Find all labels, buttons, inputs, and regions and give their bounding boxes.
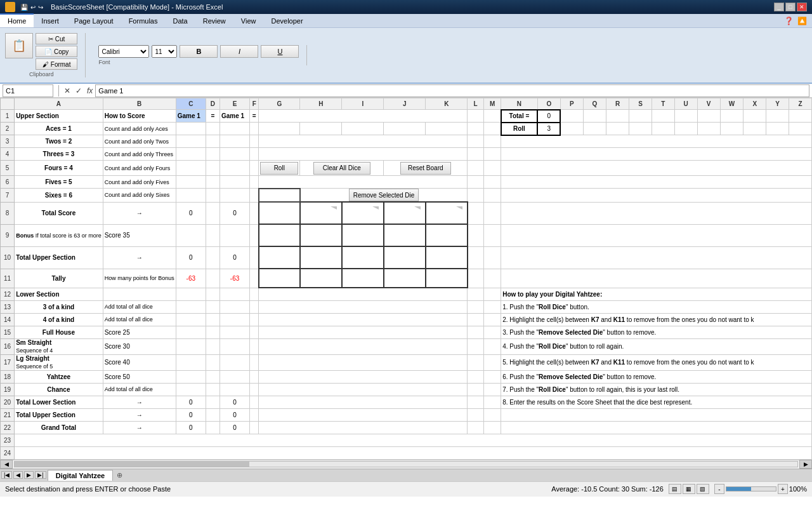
cell-B17[interactable]: Score 40 [103, 354, 176, 370]
cell-M15[interactable] [484, 326, 501, 338]
cell-F18[interactable] [250, 370, 259, 383]
cell-M11[interactable] [484, 269, 501, 288]
cell-N7[interactable] [501, 189, 812, 203]
cell-H5[interactable]: Clear All Dice [300, 161, 384, 176]
cell-D10[interactable] [206, 246, 219, 269]
cell-X1[interactable] [743, 110, 766, 123]
cell-N13[interactable]: 1. Push the "Roll Dice" button. [501, 300, 812, 313]
cell-J11[interactable] [384, 269, 426, 288]
cell-A16[interactable]: Sm StraightSequence of 4 [15, 338, 103, 354]
cell-Q1[interactable] [583, 110, 606, 123]
cell-M19[interactable] [484, 383, 501, 396]
cell-D13[interactable] [206, 300, 219, 313]
cell-B22[interactable]: → [103, 421, 176, 434]
scroll-left-button[interactable]: ◀ [0, 460, 13, 469]
cell-L2[interactable] [468, 123, 484, 135]
cell-I10[interactable] [342, 246, 384, 269]
cell-D16[interactable] [206, 338, 219, 354]
cell-J9[interactable] [384, 224, 426, 246]
cell-F16[interactable] [250, 338, 259, 354]
minimize-button[interactable]: _ [774, 3, 784, 11]
cell-B5[interactable]: Count and add only Fours [103, 161, 176, 176]
cell-B2[interactable]: Count and add only Aces [103, 123, 176, 135]
cell-L6[interactable] [468, 176, 484, 189]
page-break-view-button[interactable]: ▧ [697, 484, 709, 494]
cell-E3[interactable] [220, 135, 250, 148]
cell-E10[interactable]: 0 [220, 246, 250, 269]
cell-L11[interactable] [468, 269, 484, 288]
bold-button[interactable]: B [180, 45, 218, 58]
formula-input[interactable] [95, 84, 809, 97]
cell-F10[interactable] [250, 246, 259, 269]
cell-N15[interactable]: 3. Push the "Remove Selected Die" button… [501, 326, 812, 338]
cell-U1[interactable] [674, 110, 697, 123]
cell-F5[interactable] [250, 161, 259, 176]
col-header-N[interactable]: N [501, 98, 538, 110]
cell-F1[interactable]: = [250, 110, 259, 123]
cell-E11[interactable]: -63 [220, 269, 250, 288]
cell-L16[interactable] [468, 338, 484, 354]
cell-U2[interactable] [674, 123, 697, 135]
cell-M10[interactable] [484, 246, 501, 269]
tab-scroll-next[interactable]: ▶ [24, 471, 34, 479]
cell-E14[interactable] [220, 313, 250, 326]
col-header-G[interactable]: G [259, 98, 300, 110]
col-header-B[interactable]: B [103, 98, 176, 110]
cell-D5[interactable] [206, 161, 219, 176]
cell-E20[interactable]: 0 [220, 396, 250, 408]
cell-G9[interactable] [259, 224, 300, 246]
cell-B9[interactable]: Score 35 [103, 224, 176, 246]
cell-G16[interactable] [259, 338, 468, 354]
cell-E5[interactable] [220, 161, 250, 176]
tab-scroll-last[interactable]: ▶| [35, 471, 46, 479]
col-header-D[interactable]: D [206, 98, 219, 110]
cell-N1[interactable]: Total = [501, 110, 538, 123]
cell-B12[interactable] [103, 288, 176, 300]
tab-review[interactable]: Review [195, 14, 233, 28]
cell-N11[interactable] [501, 269, 812, 288]
cell-P2[interactable] [560, 123, 583, 135]
cell-E7[interactable] [220, 189, 250, 203]
cell-N5[interactable] [501, 161, 812, 176]
cell-L18[interactable] [468, 370, 484, 383]
cell-F19[interactable] [250, 383, 259, 396]
cell-N10[interactable] [501, 246, 812, 269]
cell-M12[interactable] [484, 288, 501, 300]
cell-L22[interactable] [468, 421, 484, 434]
cell-L10[interactable] [468, 246, 484, 269]
cell-G20[interactable] [259, 396, 468, 408]
help-icon[interactable]: ❓ [784, 17, 794, 25]
cell-L13[interactable] [468, 300, 484, 313]
cell-R1[interactable] [606, 110, 629, 123]
cell-M13[interactable] [484, 300, 501, 313]
cell-V1[interactable] [697, 110, 720, 123]
cell-B16[interactable]: Score 30 [103, 338, 176, 354]
cell-A22[interactable]: Grand Total [15, 421, 103, 434]
cell-N16[interactable]: 4. Push the "Roll Dice" button to roll a… [501, 338, 812, 354]
col-header-Q[interactable]: Q [583, 98, 606, 110]
cell-A9[interactable]: Bonus If total score is 63 or more [15, 224, 103, 246]
cell-N17[interactable]: 5. Highlight the cell(s) between K7 and … [501, 354, 812, 370]
cell-B11[interactable]: How many points for Bonus [103, 269, 176, 288]
cell-F7[interactable] [250, 189, 259, 203]
cell-A1[interactable]: Upper Section [15, 110, 103, 123]
close-button[interactable]: ✕ [797, 3, 807, 11]
tab-insert[interactable]: Insert [34, 14, 67, 28]
cell-A18[interactable]: Yahtzee [15, 370, 103, 383]
horizontal-scrollbar[interactable]: ◀ ▶ [0, 460, 812, 469]
cell-R2[interactable] [606, 123, 629, 135]
cell-C21[interactable]: 0 [176, 408, 206, 421]
cell-I2[interactable] [342, 123, 384, 135]
tab-formulas[interactable]: Formulas [121, 14, 166, 28]
underline-button[interactable]: U [261, 45, 299, 58]
cell-F13[interactable] [250, 300, 259, 313]
zoom-out-button[interactable]: - [714, 484, 724, 494]
cell-K10[interactable] [426, 246, 468, 269]
cell-M3[interactable] [484, 135, 501, 148]
cell-P1[interactable] [560, 110, 583, 123]
cell-F21[interactable] [250, 408, 259, 421]
cell-B20[interactable]: → [103, 396, 176, 408]
cell-L8[interactable] [468, 202, 484, 224]
cell-S1[interactable] [629, 110, 652, 123]
cell-E21[interactable]: 0 [220, 408, 250, 421]
